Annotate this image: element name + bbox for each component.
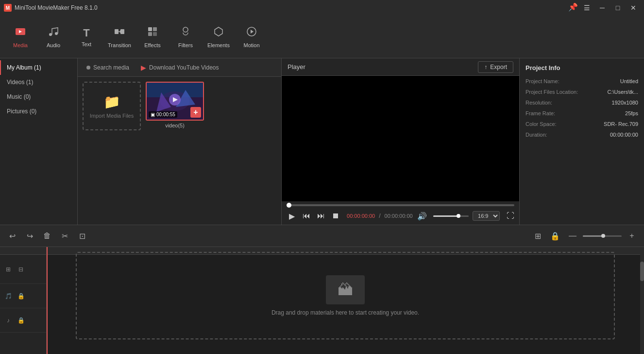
svg-rect-8 — [148, 32, 152, 36]
fullscreen-button[interactable]: ⛶ — [507, 212, 514, 220]
fit-button[interactable]: ⊞ — [530, 229, 545, 243]
volume-bar[interactable] — [433, 215, 469, 217]
player-title: Player — [288, 63, 305, 71]
app-title: MiniTool MovieMaker Free 8.1.0 — [15, 4, 98, 11]
bottom-toolbar-left: ↩ ↪ 🗑 ✂ ⊡ — [5, 229, 89, 243]
redo-button[interactable]: ↪ — [22, 229, 37, 243]
video-icon: ▣ — [151, 112, 155, 117]
toolbar-transition[interactable]: Transition — [103, 19, 136, 54]
svg-rect-9 — [153, 32, 157, 36]
export-button[interactable]: ↑ Export — [478, 61, 513, 73]
zoom-fill — [583, 235, 602, 237]
youtube-icon: ▶ — [141, 64, 146, 71]
sidebar-item-videos[interactable]: Videos (1) — [0, 75, 77, 89]
youtube-label: Download YouTube Videos — [149, 64, 219, 71]
zoom-out-button[interactable]: — — [565, 229, 580, 243]
seek-thumb — [287, 203, 291, 208]
video-thumbnail: ▣ 00:00:55 + — [146, 82, 204, 121]
filters-label: Filters — [178, 42, 193, 48]
audio-label: Audio — [47, 42, 60, 48]
volume-button[interactable]: 🔊 — [417, 210, 427, 222]
close-button[interactable]: ✕ — [627, 2, 640, 13]
search-media-tab[interactable]: Search media — [82, 62, 134, 73]
copy-video-button[interactable]: ⊞ — [3, 264, 14, 275]
toolbar-audio[interactable]: Audio — [37, 19, 70, 54]
pin-icon: 📌 — [568, 2, 578, 13]
add-to-timeline-button[interactable]: + — [190, 107, 201, 118]
next-button[interactable]: ⏭ — [316, 210, 326, 222]
media-tabs: Search media ▶ Download YouTube Videos — [78, 58, 281, 77]
zoom-in-button[interactable]: + — [625, 229, 639, 243]
timeline-scrollbar[interactable] — [640, 247, 644, 354]
audio-lock-button[interactable]: 🔒 — [16, 291, 26, 301]
controls-row: ▶ ⏮ ⏭ ⏹ 00:00:00:00 / 00:00:00:00 🔊 16:9… — [287, 210, 514, 222]
project-name-row: Project Name: Untitled — [525, 78, 638, 84]
toolbar-effects[interactable]: Effects — [136, 19, 169, 54]
filters-icon — [180, 26, 191, 40]
folder-icon: 📁 — [103, 94, 120, 110]
resolution-value: 1920x1080 — [612, 100, 638, 106]
svg-point-2 — [49, 33, 52, 36]
player-panel: Player ↑ Export ▶ ⏮ ⏭ ⏹ 00:00:00:00 / 00… — [282, 58, 520, 225]
toolbar: Media Audio T Text Transition Effects Fi… — [0, 16, 644, 58]
text-label: Text — [82, 41, 91, 47]
music-icon[interactable]: ♪ — [3, 315, 14, 326]
timeline-ruler-spacer — [0, 247, 46, 255]
app-icon: M — [4, 4, 12, 12]
colorspace-value: SDR- Rec.709 — [604, 121, 638, 127]
drop-text: Drag and drop materials here to start cr… — [271, 309, 419, 316]
minimize-button[interactable]: ─ — [595, 2, 609, 13]
youtube-download-tab[interactable]: ▶ Download YouTube Videos — [136, 62, 223, 73]
stop-button[interactable]: ⏹ — [330, 210, 341, 222]
sidebar-item-music[interactable]: Music (0) — [0, 89, 77, 104]
crop-button[interactable]: ⊡ — [75, 229, 89, 243]
import-media-box[interactable]: 📁 Import Media Files — [83, 82, 141, 130]
svg-marker-13 — [251, 30, 254, 34]
toolbar-media[interactable]: Media — [4, 19, 37, 54]
video-track-controls: ⊞ ⊟ — [0, 255, 46, 284]
player-header: Player ↑ Export — [282, 58, 519, 76]
svg-point-3 — [55, 32, 58, 35]
paste-video-button[interactable]: ⊟ — [16, 264, 26, 275]
timeline: ⊞ ⊟ 🎵 🔒 ♪ 🔒 🏔 Drag and drop materials he… — [0, 247, 644, 354]
sidebar-item-my-album[interactable]: My Album (1) — [0, 60, 77, 75]
toolbar-elements[interactable]: Elements — [202, 19, 235, 54]
media-panel: Search media ▶ Download YouTube Videos 📁… — [78, 58, 282, 225]
maximize-button[interactable]: □ — [611, 2, 625, 13]
search-dot-icon — [86, 66, 90, 70]
scrollbar-thumb[interactable] — [640, 262, 644, 281]
lock-button[interactable]: 🔒 — [548, 229, 562, 243]
elements-label: Elements — [207, 42, 230, 48]
media-item-video[interactable]: ▣ 00:00:55 + video(5) — [146, 82, 204, 130]
sidebar-item-pictures[interactable]: Pictures (0) — [0, 104, 77, 119]
playhead — [47, 247, 48, 354]
toolbar-filters[interactable]: Filters — [169, 19, 202, 54]
transition-label: Transition — [108, 42, 131, 48]
music-lock-button[interactable]: 🔒 — [16, 315, 26, 326]
project-name-label: Project Name: — [525, 78, 559, 84]
project-files-value: C:\Users\tk... — [607, 89, 638, 95]
media-icon — [15, 26, 26, 40]
duration-value: 00:00:00:00 — [610, 132, 638, 138]
prev-button[interactable]: ⏮ — [301, 210, 312, 222]
menu-button[interactable]: ☰ — [580, 2, 593, 13]
aspect-ratio-select[interactable]: 16:9 4:3 1:1 — [473, 211, 500, 221]
seek-bar[interactable] — [287, 204, 514, 206]
toolbar-motion[interactable]: Motion — [235, 19, 268, 54]
text-icon: T — [83, 27, 89, 39]
project-files-label: Project Files Location: — [525, 89, 578, 95]
delete-button[interactable]: 🗑 — [40, 229, 54, 243]
transition-icon — [114, 26, 125, 40]
zoom-bar[interactable] — [583, 235, 622, 237]
resolution-label: Resolution: — [525, 100, 552, 106]
colorspace-row: Color Space: SDR- Rec.709 — [525, 121, 638, 127]
video-duration: 00:00:55 — [156, 112, 175, 117]
play-button[interactable]: ▶ — [287, 210, 297, 222]
svg-rect-6 — [148, 27, 152, 31]
svg-point-10 — [183, 27, 188, 32]
audio-track-icon[interactable]: 🎵 — [3, 291, 14, 301]
cut-button[interactable]: ✂ — [57, 229, 72, 243]
colorspace-label: Color Space: — [525, 121, 557, 127]
undo-button[interactable]: ↩ — [5, 229, 19, 243]
toolbar-text[interactable]: T Text — [70, 19, 103, 54]
